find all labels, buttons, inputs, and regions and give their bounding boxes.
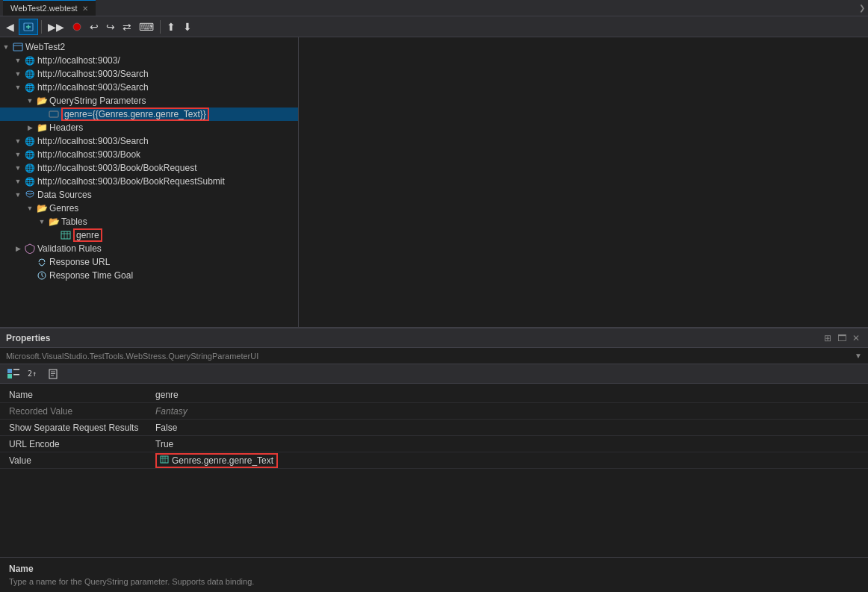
request-icon-2: 🌐 xyxy=(24,68,36,80)
tree-item-datasources[interactable]: ▼ Data Sources xyxy=(0,188,298,202)
request-icon-7: 🌐 xyxy=(24,175,36,187)
genres-ds-label: Genres xyxy=(49,203,295,214)
response-url-label: Response URL xyxy=(49,257,295,267)
prop-row-name[interactable]: Name genre xyxy=(0,387,868,403)
param-icon xyxy=(48,108,60,120)
prop-sort-alpha-button[interactable]: 2↑ xyxy=(25,367,43,381)
folder-icon-qsp: 📂 xyxy=(36,95,48,107)
prop-name-label-recorded: Recorded Value xyxy=(0,406,149,417)
tree-item-response-url[interactable]: Response URL xyxy=(0,255,298,269)
tree-item-req6[interactable]: ▼ 🌐 http://localhost:9003/Book/BookReque… xyxy=(0,161,298,175)
tab-label: WebTest2.webtest xyxy=(10,4,78,13)
prop-page-button[interactable] xyxy=(45,367,61,381)
tree-item-tables[interactable]: ▼ 📂 Tables xyxy=(0,215,298,228)
move-up-button[interactable]: ⬆ xyxy=(164,19,179,35)
run-button[interactable]: ▶▶ xyxy=(45,19,67,35)
tree-item-validation[interactable]: ▶ Validation Rules xyxy=(0,242,298,255)
svg-rect-15 xyxy=(7,369,12,373)
headers-label: Headers xyxy=(49,122,295,133)
grid-icon xyxy=(60,229,72,241)
tree-item-headers[interactable]: ▶ 📁 Headers xyxy=(0,121,298,134)
main-toolbar: ◀ ▶▶ ↩ ↪ ⇄ ⌨ ⬆ ⬇ xyxy=(0,16,868,37)
genre-table-label: genre xyxy=(73,228,102,242)
prop-grid-icon xyxy=(160,455,169,466)
insert-loop-button[interactable]: ↩ xyxy=(87,19,102,35)
tree-item-req2[interactable]: ▼ 🌐 http://localhost:9003/Search xyxy=(0,67,298,81)
root-toggle[interactable]: ▼ xyxy=(0,41,12,53)
response-time-icon xyxy=(36,269,48,281)
tree-item-req1[interactable]: ▼ 🌐 http://localhost:9003/ xyxy=(0,54,298,67)
title-bar: WebTest2.webtest ✕ ❯ xyxy=(0,0,868,16)
genres-ds-icon: 📂 xyxy=(36,202,48,214)
validation-toggle[interactable]: ▶ xyxy=(12,243,24,255)
svg-point-7 xyxy=(26,191,34,194)
req5-toggle[interactable]: ▼ xyxy=(12,149,24,161)
validation-label: Validation Rules xyxy=(37,243,295,254)
headers-toggle[interactable]: ▶ xyxy=(24,122,36,134)
tree-item-genre-table[interactable]: genre xyxy=(0,228,298,242)
content-area xyxy=(299,37,868,327)
prop-value-highlighted-box: Genres.genre.genre_Text xyxy=(155,453,278,468)
req7-toggle[interactable]: ▼ xyxy=(12,175,24,187)
record-button[interactable] xyxy=(69,19,85,35)
request-icon-3: 🌐 xyxy=(24,81,36,93)
prop-name-label-name: Name xyxy=(0,390,149,400)
request-icon-4: 🌐 xyxy=(24,135,36,147)
root-label: WebTest2 xyxy=(25,42,295,52)
tree-item-req7[interactable]: ▼ 🌐 http://localhost:9003/Book/BookReque… xyxy=(0,175,298,188)
insert-condition-button[interactable]: ↪ xyxy=(103,19,118,35)
prop-name-label-separate: Show Separate Request Results xyxy=(0,423,149,433)
svg-point-3 xyxy=(73,23,81,31)
req1-toggle[interactable]: ▼ xyxy=(12,54,24,66)
toolbar-separator-2 xyxy=(160,20,161,34)
move-down-button[interactable]: ⬇ xyxy=(180,19,195,35)
back-button[interactable]: ◀ xyxy=(3,19,17,35)
prop-row-url-encode[interactable]: URL Encode True xyxy=(0,436,868,452)
add-request-button[interactable] xyxy=(19,19,38,35)
prop-row-value[interactable]: Value Genres.genre.genre_Text xyxy=(0,452,868,469)
properties-close-button[interactable]: ✕ xyxy=(850,332,862,344)
svg-rect-17 xyxy=(7,374,12,378)
tree-item-req5[interactable]: ▼ 🌐 http://localhost:9003/Book xyxy=(0,148,298,161)
svg-line-14 xyxy=(42,275,43,277)
properties-grid: Name genre Recorded Value Fantasy Show S… xyxy=(0,384,868,472)
properties-panel: Properties ⊞ 🗖 ✕ Microsoft.VisualStudio.… xyxy=(0,327,868,592)
svg-text:2↑: 2↑ xyxy=(28,370,37,378)
active-tab[interactable]: WebTest2.webtest ✕ xyxy=(3,0,96,16)
prop-row-recorded-value[interactable]: Recorded Value Fantasy xyxy=(0,403,868,420)
tables-label: Tables xyxy=(61,216,295,227)
tree-item-genre-param[interactable]: genre={{Genres.genre.genre_Text}} xyxy=(0,108,298,121)
insert-transaction-button[interactable]: ⇄ xyxy=(120,19,134,35)
properties-pin-button[interactable]: ⊞ xyxy=(822,332,834,344)
prop-sort-category-button[interactable] xyxy=(4,367,22,381)
tree-item-qsp[interactable]: ▼ 📂 QueryString Parameters xyxy=(0,94,298,108)
title-bar-right: ❯ xyxy=(859,4,865,12)
req6-toggle[interactable]: ▼ xyxy=(12,162,24,174)
tree-item-req3[interactable]: ▼ 🌐 http://localhost:9003/Search xyxy=(0,81,298,94)
datasources-toggle[interactable]: ▼ xyxy=(12,189,24,201)
svg-rect-6 xyxy=(49,111,58,117)
tree-root[interactable]: ▼ WebTest2 xyxy=(0,40,298,54)
prop-value-value: Genres.genre.genre_Text xyxy=(149,453,868,468)
properties-float-button[interactable]: 🗖 xyxy=(835,332,849,344)
tables-toggle[interactable]: ▼ xyxy=(36,216,48,228)
req4-toggle[interactable]: ▼ xyxy=(12,135,24,147)
qsp-label: QueryString Parameters xyxy=(49,96,295,106)
tree-item-req4[interactable]: ▼ 🌐 http://localhost:9003/Search xyxy=(0,134,298,148)
genres-ds-toggle[interactable]: ▼ xyxy=(24,202,36,214)
insert-custom-code-button[interactable]: ⌨ xyxy=(136,19,157,35)
qsp-toggle[interactable]: ▼ xyxy=(24,95,36,107)
prop-value-name: genre xyxy=(149,390,868,400)
response-url-icon xyxy=(36,256,48,268)
req3-toggle[interactable]: ▼ xyxy=(12,81,24,93)
prop-footer-title: Name xyxy=(9,564,859,574)
prop-value-text: Genres.genre.genre_Text xyxy=(172,455,273,466)
req2-toggle[interactable]: ▼ xyxy=(12,68,24,80)
tree-item-response-time[interactable]: Response Time Goal xyxy=(0,269,298,282)
prop-row-separate-results[interactable]: Show Separate Request Results False xyxy=(0,420,868,436)
folder-icon-headers: 📁 xyxy=(36,122,48,134)
request-icon-1: 🌐 xyxy=(24,54,36,66)
tab-close-button[interactable]: ✕ xyxy=(82,4,88,13)
prop-value-separate: False xyxy=(149,423,868,433)
tree-item-genres-ds[interactable]: ▼ 📂 Genres xyxy=(0,202,298,215)
